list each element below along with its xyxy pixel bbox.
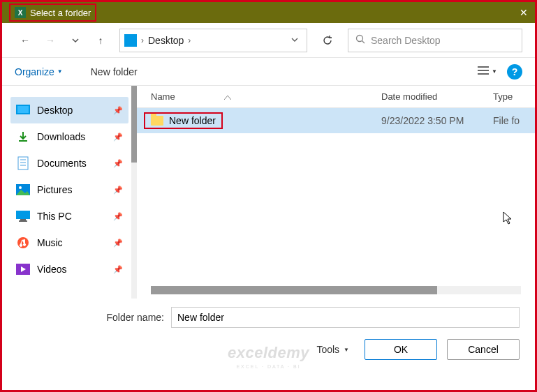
file-name-cell: New folder [144, 112, 381, 129]
button-row: Tools ▼ OK Cancel [17, 339, 520, 360]
sidebar: Desktop 📌 Downloads 📌 Documents 📌 Pictur… [2, 86, 131, 299]
toolbar: Organize ▼ New folder ▼ ? [2, 58, 535, 86]
forward-button[interactable]: → [40, 30, 61, 51]
sidebar-item-label: Desktop [37, 105, 73, 116]
breadcrumb[interactable]: › Desktop › [119, 29, 307, 52]
cancel-button[interactable]: Cancel [447, 339, 520, 360]
refresh-button[interactable] [316, 29, 339, 52]
search-box[interactable] [348, 29, 522, 52]
toolbar-right: ▼ ? [478, 64, 522, 80]
sidebar-item-label: Videos [37, 264, 67, 275]
svg-point-17 [17, 237, 29, 248]
organize-button[interactable]: Organize ▼ [15, 66, 63, 77]
svg-rect-16 [19, 220, 27, 222]
sidebar-item-label: This PC [37, 211, 72, 222]
sidebar-item-music[interactable]: Music 📌 [10, 229, 128, 256]
column-headers: Name Date modified Type [137, 86, 535, 108]
folder-icon [151, 116, 163, 126]
list-view-icon [478, 66, 489, 78]
sidebar-item-desktop[interactable]: Desktop 📌 [10, 97, 128, 123]
file-name-highlight: New folder [144, 112, 223, 129]
bottom-panel: Folder name: Tools ▼ OK Cancel [2, 299, 535, 371]
excel-icon: X [15, 7, 26, 18]
file-type: File fo [493, 115, 535, 126]
pin-icon[interactable]: 📌 [113, 212, 123, 221]
folder-name-row: Folder name: [17, 307, 520, 328]
svg-rect-14 [16, 211, 30, 219]
search-icon [355, 34, 365, 46]
close-icon[interactable]: ✕ [520, 7, 528, 18]
column-type[interactable]: Type [493, 91, 535, 102]
pin-icon[interactable]: 📌 [113, 265, 123, 274]
navbar: ← → ↑ › Desktop › [2, 23, 535, 58]
sidebar-scrollbar[interactable] [131, 86, 137, 299]
svg-point-0 [357, 36, 363, 42]
chevron-right-icon[interactable]: › [188, 36, 191, 45]
column-name[interactable]: Name [151, 91, 381, 102]
sidebar-item-documents[interactable]: Documents 📌 [10, 150, 128, 176]
chevron-down-icon: ▼ [344, 347, 349, 353]
organize-label: Organize [15, 66, 54, 77]
chevron-down-icon: ▼ [492, 68, 497, 75]
file-list-panel: Name Date modified Type New folder 9/23/… [137, 86, 535, 299]
pin-icon[interactable]: 📌 [113, 133, 123, 142]
videos-icon [16, 262, 30, 276]
recent-dropdown-icon[interactable] [65, 30, 86, 51]
help-button[interactable]: ? [507, 64, 522, 80]
ok-button[interactable]: OK [365, 339, 437, 360]
horizontal-scrollbar[interactable] [151, 286, 521, 294]
file-date: 9/23/2022 3:50 PM [381, 115, 493, 126]
view-mode-button[interactable]: ▼ [478, 66, 497, 78]
breadcrumb-location[interactable]: Desktop [148, 35, 184, 46]
tools-button[interactable]: Tools ▼ [311, 341, 355, 358]
titlebar-left: X Select a forlder [9, 3, 96, 22]
desktop-icon [16, 103, 30, 117]
titlebar: X Select a forlder ✕ [2, 2, 535, 23]
svg-rect-15 [20, 219, 26, 220]
back-button[interactable]: ← [15, 30, 36, 51]
column-date[interactable]: Date modified [381, 91, 493, 102]
sidebar-item-label: Pictures [37, 184, 73, 195]
sidebar-item-downloads[interactable]: Downloads 📌 [10, 123, 128, 150]
document-icon [16, 156, 30, 170]
svg-rect-8 [18, 157, 28, 169]
folder-name-input[interactable] [171, 307, 520, 328]
sidebar-item-label: Documents [37, 158, 87, 169]
svg-rect-6 [17, 106, 29, 113]
svg-line-1 [362, 41, 365, 44]
chevron-down-icon[interactable] [287, 36, 302, 45]
scrollbar-thumb[interactable] [151, 286, 437, 294]
file-name: New folder [169, 115, 216, 126]
folder-name-label: Folder name: [17, 312, 164, 323]
pin-icon[interactable]: 📌 [113, 106, 123, 115]
pin-icon[interactable]: 📌 [113, 159, 123, 168]
location-icon [124, 34, 137, 47]
file-row[interactable]: New folder 9/23/2022 3:50 PM File fo [137, 108, 535, 133]
sort-up-icon [224, 91, 231, 102]
new-folder-button[interactable]: New folder [91, 66, 138, 77]
sidebar-item-videos[interactable]: Videos 📌 [10, 256, 128, 282]
pin-icon[interactable]: 📌 [113, 239, 123, 248]
window-title: Select a forlder [30, 8, 91, 18]
svg-point-13 [19, 186, 22, 189]
up-button[interactable]: ↑ [90, 30, 111, 51]
scrollbar-thumb[interactable] [131, 86, 137, 163]
content-area: Desktop 📌 Downloads 📌 Documents 📌 Pictur… [2, 86, 535, 299]
sidebar-item-thispc[interactable]: This PC 📌 [10, 203, 128, 229]
pictures-icon [16, 183, 30, 197]
chevron-down-icon: ▼ [57, 68, 63, 75]
pin-icon[interactable]: 📌 [113, 186, 123, 195]
sidebar-item-label: Music [37, 237, 63, 248]
search-input[interactable] [371, 35, 515, 46]
download-icon [16, 130, 30, 144]
thispc-icon [16, 209, 30, 223]
music-icon [16, 236, 30, 250]
sidebar-item-pictures[interactable]: Pictures 📌 [10, 176, 128, 203]
sidebar-item-label: Downloads [37, 131, 85, 142]
mouse-cursor-icon [503, 211, 514, 229]
chevron-right-icon[interactable]: › [141, 36, 144, 45]
